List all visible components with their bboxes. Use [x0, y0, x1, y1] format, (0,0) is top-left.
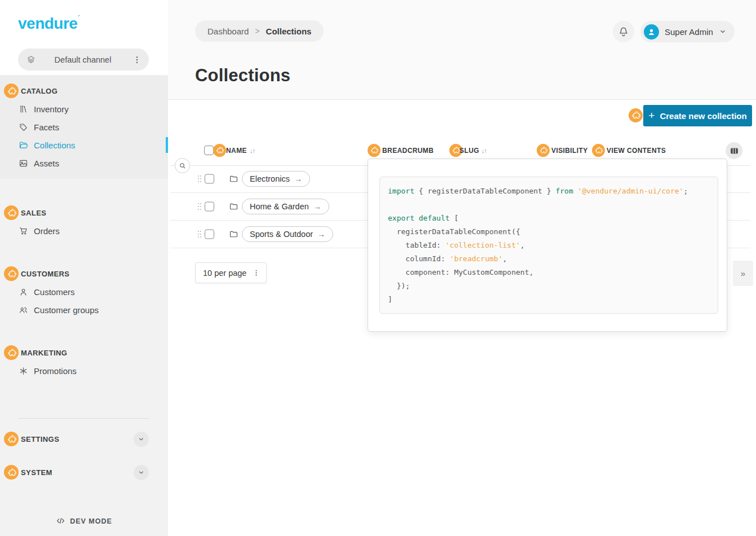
sidebar-item-promotions[interactable]: Promotions	[0, 362, 168, 380]
create-new-collection-button[interactable]: + Create new collection	[643, 105, 752, 126]
dev-mode-badge[interactable]	[4, 432, 19, 446]
channel-switcher[interactable]: Default channel	[18, 49, 149, 71]
sidebar-item-customers[interactable]: Customers	[0, 283, 168, 301]
folder-icon	[229, 202, 238, 212]
bell-icon	[618, 26, 629, 37]
puzzle-icon	[7, 269, 16, 279]
folder-open-icon	[19, 140, 28, 150]
layers-icon	[26, 55, 36, 65]
dev-mode-badge[interactable]	[4, 345, 19, 360]
row-checkbox[interactable]	[205, 202, 214, 212]
main-content: Dashboard > Collections Super Admin Coll…	[168, 0, 756, 536]
sidebar-item-orders[interactable]: Orders	[0, 222, 168, 240]
cart-icon	[19, 226, 28, 236]
collection-chip[interactable]: Home & Garden →	[242, 199, 329, 214]
top-bar: Dashboard > Collections Super Admin Coll…	[168, 0, 756, 100]
puzzle-icon	[7, 348, 16, 358]
notifications-button[interactable]	[613, 21, 634, 42]
page-title: Collections	[195, 65, 290, 86]
breadcrumb-dashboard[interactable]: Dashboard	[207, 27, 249, 36]
dev-mode-badge[interactable]	[4, 84, 19, 98]
nav-group-sales: SALES Orders	[0, 204, 168, 240]
sidebar-item-customer-groups[interactable]: Customer groups	[0, 301, 168, 319]
column-picker-button[interactable]	[726, 142, 742, 159]
sidebar-divider	[18, 418, 149, 419]
dev-mode-badge[interactable]	[4, 266, 19, 281]
tag-icon	[19, 122, 28, 132]
code-icon	[56, 516, 65, 526]
dev-mode-toggle[interactable]: DEV MODE	[0, 516, 168, 526]
sidebar-item-assets[interactable]: Assets	[0, 154, 168, 172]
sidebar-section-settings[interactable]: SETTINGS	[0, 426, 168, 452]
dev-mode-badge[interactable]	[4, 205, 19, 220]
code-block: import { registerDataTableComponent } fr…	[379, 177, 718, 314]
sidebar-section-system[interactable]: SYSTEM	[0, 459, 168, 485]
chevron-down-icon	[138, 436, 145, 443]
sidebar-nav: CATALOG Inventory Facets Collections Ass…	[0, 75, 168, 536]
nav-group-customers: CUSTOMERS Customers Customer groups	[0, 265, 168, 319]
row-checkbox[interactable]	[205, 174, 214, 184]
user-icon	[647, 27, 656, 37]
users-icon	[19, 305, 28, 315]
dev-mode-badge[interactable]	[368, 144, 381, 157]
logo-tick: ´	[77, 14, 79, 23]
dev-mode-badge[interactable]	[629, 108, 643, 122]
dev-mode-badge[interactable]	[537, 144, 550, 157]
channel-menu-button[interactable]	[130, 52, 144, 67]
expand-system-button[interactable]	[134, 465, 149, 480]
column-header-slug[interactable]: SLUG	[459, 142, 479, 159]
drag-handle-icon[interactable]	[197, 202, 202, 211]
folder-icon	[229, 230, 238, 239]
arrow-right-icon: →	[317, 230, 325, 239]
sidebar-item-inventory[interactable]: Inventory	[0, 100, 168, 118]
column-header-name[interactable]: NAME	[226, 142, 247, 159]
kebab-icon	[252, 269, 260, 277]
nav-group-header-customers: CUSTOMERS	[0, 265, 168, 283]
nav-group-catalog: CATALOG Inventory Facets Collections Ass…	[0, 75, 168, 179]
next-page-button[interactable]: »	[733, 261, 753, 286]
user-name: Super Admin	[665, 27, 713, 37]
sort-icon[interactable]: ↓↑	[250, 142, 255, 159]
breadcrumb-collections[interactable]: Collections	[266, 27, 312, 36]
dev-mode-popover: import { registerDataTableComponent } fr…	[368, 159, 727, 332]
plus-icon: +	[648, 109, 655, 122]
library-icon	[19, 104, 28, 114]
vendure-logo: vendure´	[18, 15, 79, 33]
row-checkbox[interactable]	[205, 230, 214, 239]
dev-mode-badge[interactable]	[213, 144, 226, 157]
drag-handle-icon[interactable]	[197, 174, 202, 183]
dev-mode-badge[interactable]	[592, 144, 605, 157]
user-menu[interactable]: Super Admin	[640, 21, 735, 42]
nav-group-marketing: MARKETING Promotions	[0, 344, 168, 380]
collection-chip[interactable]: Electronics →	[242, 171, 310, 187]
sort-icon[interactable]: ↓↑	[481, 142, 487, 159]
puzzle-icon	[594, 146, 603, 155]
folder-icon	[229, 174, 238, 184]
puzzle-icon	[215, 146, 224, 155]
sidebar-item-facets[interactable]: Facets	[0, 118, 168, 136]
dev-mode-badge[interactable]	[4, 465, 19, 480]
puzzle-icon	[631, 111, 640, 120]
kebab-icon	[132, 55, 142, 65]
puzzle-icon	[7, 434, 16, 444]
collection-chip[interactable]: Sports & Outdoor →	[242, 226, 333, 242]
puzzle-icon	[7, 86, 16, 96]
sidebar-item-collections[interactable]: Collections	[0, 136, 168, 154]
vendure-admin-app: vendure´ Default channel CATALOG Invento…	[0, 0, 756, 536]
select-all-checkbox[interactable]	[204, 146, 214, 155]
column-header-visibility: VISIBILITY	[551, 142, 588, 159]
breadcrumb: Dashboard > Collections	[195, 20, 324, 42]
user-icon	[19, 287, 28, 297]
nav-group-header-marketing: MARKETING	[0, 344, 168, 362]
puzzle-icon	[7, 468, 16, 477]
items-per-page-select[interactable]: 10 per page	[195, 262, 267, 283]
expand-settings-button[interactable]	[134, 432, 149, 447]
puzzle-icon	[539, 146, 547, 155]
nav-group-header-catalog: CATALOG	[0, 82, 168, 100]
puzzle-icon	[452, 146, 460, 155]
drag-handle-icon[interactable]	[197, 230, 202, 239]
puzzle-icon	[7, 208, 16, 218]
channel-label: Default channel	[36, 55, 130, 64]
search-button[interactable]	[175, 158, 190, 173]
chevron-down-icon	[719, 28, 727, 36]
